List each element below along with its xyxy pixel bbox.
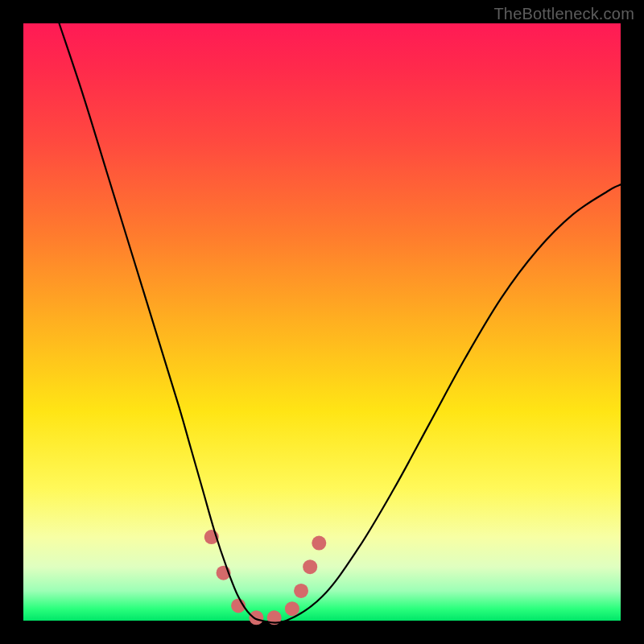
- marker-dot: [294, 584, 308, 598]
- watermark-text: TheBottleneck.com: [493, 5, 634, 23]
- marker-dot: [303, 559, 317, 574]
- plot-area: [23, 23, 621, 621]
- bottleneck-curve: [60, 23, 621, 623]
- marker-dot: [249, 610, 263, 625]
- marker-dot: [285, 601, 299, 616]
- chart-frame: TheBottleneck.com: [0, 0, 644, 644]
- chart-svg: [23, 23, 621, 621]
- highlight-markers: [204, 530, 327, 625]
- marker-dot: [312, 536, 326, 551]
